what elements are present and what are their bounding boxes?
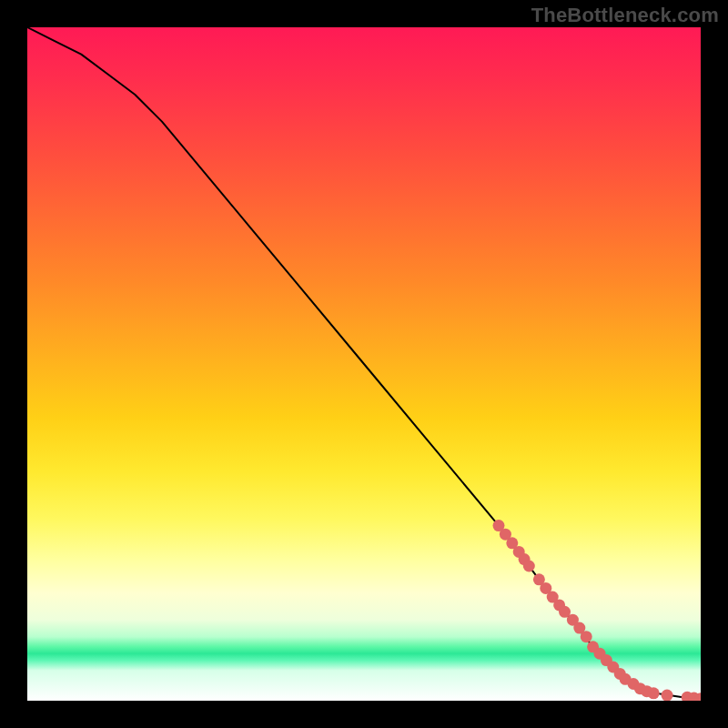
chart-frame: TheBottleneck.com — [0, 0, 728, 728]
watermark-text: TheBottleneck.com — [531, 4, 719, 27]
plot-area — [27, 27, 701, 701]
